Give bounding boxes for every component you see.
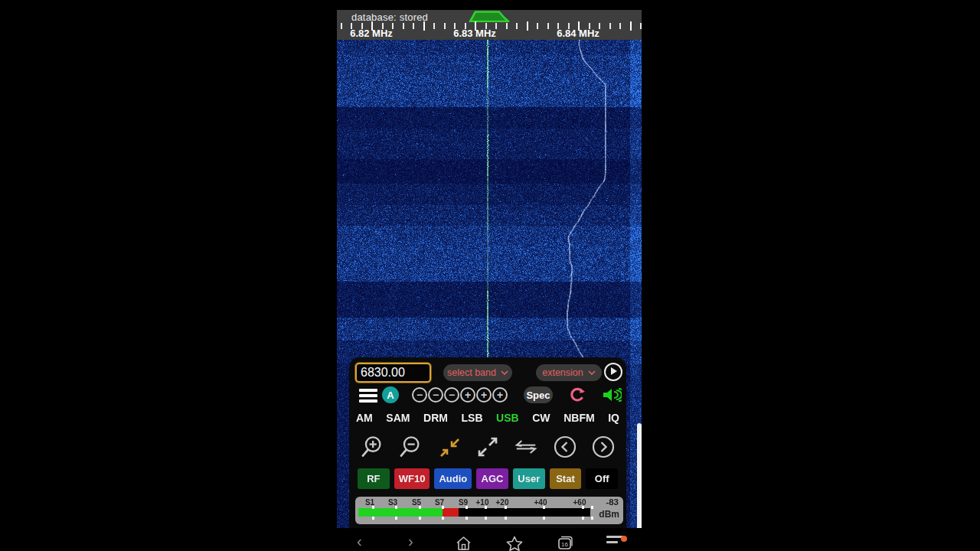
mode-am[interactable]: AM (356, 412, 373, 424)
spec-button[interactable]: Spec (524, 386, 553, 403)
collapse-arrows-icon[interactable] (437, 435, 462, 459)
tabs-icon[interactable]: 16 (557, 536, 573, 550)
increase-button-3[interactable]: + (492, 387, 508, 403)
user-button[interactable]: User (513, 468, 545, 489)
frequency-scale[interactable]: database: stored 6.82 MHz 6.83 MHz 6.84 … (337, 10, 642, 40)
decrease-button-1[interactable]: − (412, 387, 427, 403)
zoom-in-button[interactable] (360, 435, 384, 459)
phone-screen: database: stored 6.82 MHz 6.83 MHz 6.84 … (337, 0, 642, 551)
frequency-input[interactable]: 6830.00 (355, 363, 431, 383)
smeter-bar (358, 508, 590, 517)
mode-nbfm[interactable]: NBFM (564, 412, 594, 424)
auto-mode-button[interactable]: A (382, 386, 399, 403)
s-meter: S1 S3 S5 S7 S9 +10 +20 +40 +60 -83 dBm (355, 497, 623, 524)
control-panel: 6830.00 select band extension A − − − + … (349, 357, 626, 528)
off-button[interactable]: Off (586, 468, 618, 489)
stat-button[interactable]: Stat (550, 468, 582, 489)
audio-button[interactable]: Audio (434, 468, 472, 489)
bottom-navbar: ‹ › 16 (337, 528, 642, 551)
zoom-nav-row (349, 431, 626, 463)
smeter-red-segment (443, 508, 459, 517)
database-status: database: stored (351, 11, 428, 23)
mode-iq[interactable]: IQ (608, 412, 619, 424)
decrease-button-2[interactable]: − (428, 387, 443, 403)
select-band-label: select band (447, 367, 496, 378)
notification-dot (621, 536, 627, 542)
mode-usb-selected[interactable]: USB (496, 412, 519, 424)
play-button[interactable] (604, 363, 622, 381)
extension-dropdown[interactable]: extension (536, 364, 602, 381)
rf-button[interactable]: RF (358, 468, 390, 489)
function-button-row: RF WF10 Audio AGC User Stat Off (349, 468, 626, 489)
svg-text:16: 16 (561, 541, 568, 548)
step-right-button[interactable] (591, 435, 616, 459)
signal-unit: dBm (599, 509, 619, 520)
chevron-down-icon (501, 370, 508, 375)
freq-label: 6.84 MHz (557, 28, 599, 39)
menu-icon[interactable] (359, 389, 377, 403)
bookmark-star-icon[interactable] (506, 536, 523, 551)
zoom-out-button[interactable] (398, 435, 423, 459)
increase-button-1[interactable]: + (460, 387, 475, 403)
speaker-icon[interactable] (602, 386, 622, 403)
passband-filter-icon[interactable] (469, 10, 510, 22)
wf10-button[interactable]: WF10 (394, 468, 430, 489)
mode-cw[interactable]: CW (532, 412, 550, 424)
agc-button[interactable]: AGC (476, 468, 508, 489)
mode-selector: AM SAM DRM LSB USB CW NBFM IQ (349, 409, 626, 427)
extension-label: extension (542, 367, 583, 378)
play-icon (611, 367, 617, 375)
refresh-icon[interactable] (569, 386, 586, 403)
increase-button-2[interactable]: + (476, 387, 492, 403)
home-icon[interactable] (456, 536, 472, 551)
swap-horizontal-icon[interactable] (514, 435, 538, 459)
signal-reading: -83 (606, 497, 619, 507)
freq-label: 6.82 MHz (350, 28, 393, 39)
mode-drm[interactable]: DRM (423, 412, 448, 424)
decrease-button-3[interactable]: − (444, 387, 459, 403)
expand-arrows-icon[interactable] (475, 435, 500, 459)
mode-sam[interactable]: SAM (386, 412, 410, 424)
back-icon[interactable]: ‹ (357, 536, 362, 546)
chevron-down-icon (588, 370, 596, 375)
smeter-green-segment (358, 508, 443, 517)
freq-label: 6.83 MHz (453, 28, 496, 39)
step-left-button[interactable] (553, 435, 577, 459)
select-band-dropdown[interactable]: select band (443, 364, 512, 381)
mode-lsb[interactable]: LSB (462, 412, 483, 424)
forward-icon[interactable]: › (408, 536, 413, 546)
